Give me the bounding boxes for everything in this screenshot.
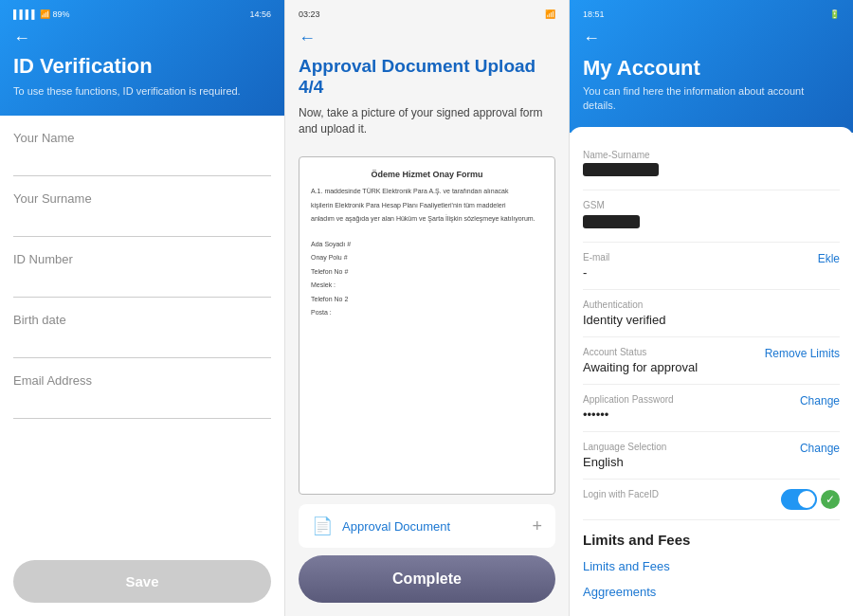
- panel1-status-left: ▌▌▌▌ 📶 89%: [13, 9, 70, 19]
- email-value: -: [583, 265, 609, 280]
- approval-row-content: 📄 Approval Document: [312, 516, 450, 536]
- surname-field-group: Your Surname: [13, 176, 271, 237]
- toggle-thumb: [798, 491, 815, 508]
- birth-date-field-group: Birth date: [13, 298, 271, 358]
- doc-title: Ödeme Hizmet Onay Formu: [311, 169, 543, 182]
- id-verification-panel: ▌▌▌▌ 📶 89% 14:56 ← ID Verification To us…: [0, 0, 284, 616]
- account-status-col: Account Status Awaiting for approval: [583, 347, 698, 374]
- remove-limits-button[interactable]: Remove Limits: [765, 347, 840, 360]
- email-label: E-mail: [583, 252, 609, 263]
- language-header: Language Selection English Change: [583, 442, 840, 469]
- language-col: Language Selection English: [583, 442, 666, 469]
- authentication-value: Identity verified: [583, 313, 840, 327]
- toggle-check-icon: ✓: [821, 490, 840, 509]
- account-status-header: Account Status Awaiting for approval Rem…: [583, 347, 840, 374]
- gsm-label: GSM: [583, 200, 840, 210]
- email-input[interactable]: [13, 391, 271, 410]
- id-number-input[interactable]: [13, 270, 271, 289]
- birth-date-label: Birth date: [13, 313, 271, 327]
- gsm-value-blurred: [583, 215, 640, 228]
- account-status-label: Account Status: [583, 347, 698, 357]
- name-field-group: Your Name: [13, 116, 271, 176]
- approval-document-row[interactable]: 📄 Approval Document +: [299, 504, 555, 548]
- document-image: Ödeme Hizmet Onay Formu A.1. maddesinde …: [299, 156, 555, 495]
- panel1-status-right: 14:56: [249, 9, 271, 19]
- panel1-subtitle: To use these functions, ID verification …: [13, 84, 271, 99]
- doc-line-8: Telefon No 2: [311, 295, 543, 305]
- name-label: Your Name: [13, 131, 271, 145]
- email-row-header: E-mail - Ekle: [583, 252, 840, 280]
- panel2-title: Approval Document Upload 4/4: [299, 56, 555, 98]
- app-password-header: Application Password •••••• Change: [583, 394, 840, 422]
- panel1-header: ▌▌▌▌ 📶 89% 14:56 ← ID Verification To us…: [0, 0, 284, 116]
- faceid-label: Login with FaceID: [583, 489, 659, 499]
- email-col: E-mail -: [583, 252, 609, 280]
- panel3-title: My Account: [583, 56, 840, 81]
- email-field-group: Email Address: [13, 358, 271, 419]
- birth-date-input[interactable]: [13, 331, 271, 350]
- faceid-toggle[interactable]: [781, 489, 817, 510]
- doc-line-9: Posta :: [311, 308, 543, 318]
- name-surname-label: Name-Surname: [583, 150, 840, 160]
- id-number-label: ID Number: [13, 252, 271, 266]
- surname-input[interactable]: [13, 209, 271, 228]
- my-account-panel: 18:51 🔋 ← My Account You can find here t…: [569, 0, 853, 616]
- complete-button[interactable]: Complete: [299, 555, 555, 603]
- panel3-status-right: 🔋: [829, 9, 840, 19]
- email-row: E-mail - Ekle: [583, 243, 840, 290]
- app-password-value: ••••••: [583, 408, 674, 422]
- doc-line-5: Onay Polu #: [311, 253, 543, 263]
- panel2-status-right: 📶: [545, 9, 555, 19]
- account-status-value: Awaiting for approval: [583, 360, 698, 374]
- faceid-header: Login with FaceID ✓: [583, 489, 840, 510]
- doc-line-7: Meslek :: [311, 281, 543, 291]
- panel2-status-bar: 03:23 📶: [299, 9, 555, 19]
- panel1-status-bar: ▌▌▌▌ 📶 89% 14:56: [13, 9, 271, 19]
- id-number-field-group: ID Number: [13, 237, 271, 298]
- name-surname-row: Name-Surname: [583, 140, 840, 190]
- language-row: Language Selection English Change: [583, 432, 840, 480]
- gsm-row: GSM: [583, 190, 840, 243]
- authentication-row: Authentication Identity verified: [583, 290, 840, 337]
- surname-label: Your Surname: [13, 191, 271, 206]
- panel1-back-button[interactable]: ←: [13, 28, 271, 48]
- document-icon: 📄: [312, 516, 333, 536]
- authentication-label: Authentication: [583, 299, 840, 310]
- name-surname-value-blurred: [583, 163, 659, 176]
- email-label: Email Address: [13, 373, 271, 388]
- change-language-button[interactable]: Change: [800, 442, 840, 455]
- account-details: Name-Surname GSM E-mail - Ekle Authentic…: [570, 127, 853, 616]
- limits-fees-link[interactable]: Limits and Fees: [583, 553, 840, 579]
- panel1-form: Your Name Your Surname ID Number Birth d…: [0, 116, 284, 539]
- panel1-title: ID Verification: [13, 54, 271, 79]
- add-document-button[interactable]: +: [532, 516, 542, 536]
- doc-line-4: Ada Soyadı #: [311, 240, 543, 250]
- app-password-label: Application Password: [583, 394, 674, 405]
- language-value: English: [583, 455, 666, 469]
- panel3-header: 18:51 🔋 ← My Account You can find here t…: [570, 0, 853, 133]
- change-password-button[interactable]: Change: [800, 394, 840, 408]
- approval-document-panel: 03:23 📶 ← Approval Document Upload 4/4 N…: [284, 0, 569, 616]
- panel3-status-left: 18:51: [583, 9, 605, 19]
- approval-label: Approval Document: [342, 519, 450, 534]
- panel3-subtitle: You can find here the information about …: [583, 84, 840, 114]
- limits-fees-title: Limits and Fees: [583, 520, 840, 553]
- doc-line-6: Telefon No #: [311, 267, 543, 278]
- app-password-col: Application Password ••••••: [583, 394, 674, 422]
- doc-line-2: kişilerin Elektronik Para Hesap Planı Fa…: [311, 201, 543, 211]
- panel2-back-button[interactable]: ←: [299, 28, 555, 48]
- faceid-toggle-container[interactable]: ✓: [781, 489, 840, 510]
- app-password-row: Application Password •••••• Change: [583, 385, 840, 432]
- account-status-row: Account Status Awaiting for approval Rem…: [583, 337, 840, 385]
- document-content: Ödeme Hizmet Onay Formu A.1. maddesinde …: [299, 157, 554, 494]
- panel2-header: 03:23 📶 ← Approval Document Upload 4/4 N…: [285, 0, 569, 156]
- faceid-row: Login with FaceID ✓: [583, 480, 840, 520]
- panel3-back-button[interactable]: ←: [583, 28, 840, 48]
- agreements-link[interactable]: Aggreements: [583, 579, 840, 605]
- panel2-status-left: 03:23: [299, 9, 320, 19]
- name-input[interactable]: [13, 149, 271, 168]
- panel3-status-bar: 18:51 🔋: [583, 9, 840, 19]
- save-button[interactable]: Save: [13, 560, 271, 603]
- doc-line-1: A.1. maddesinde TÜRK Elektronik Para A.Ş…: [311, 187, 543, 197]
- email-add-button[interactable]: Ekle: [818, 252, 840, 265]
